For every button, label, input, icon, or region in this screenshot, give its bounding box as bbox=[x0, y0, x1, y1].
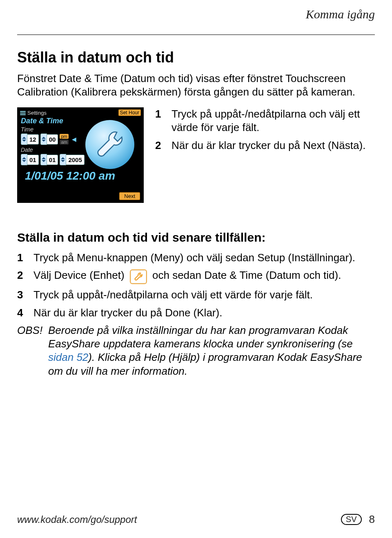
note-text-a: Beroende på vilka inställningar du har k… bbox=[48, 324, 353, 350]
ampm-toggle[interactable]: pm am bbox=[60, 134, 68, 145]
intro-paragraph: Fönstret Date & Time (Datum och tid) vis… bbox=[17, 72, 375, 98]
day-spinner[interactable]: 01 bbox=[40, 154, 58, 165]
step-number: 2 bbox=[17, 269, 27, 284]
pm-label: pm bbox=[60, 134, 68, 139]
day-value: 01 bbox=[47, 155, 58, 165]
step-item: 1 Tryck på uppåt-/nedåtpilarna och välj … bbox=[155, 107, 375, 135]
step-text: Tryck på uppåt-/nedåtpilarna och välj et… bbox=[172, 107, 375, 135]
step-number: 1 bbox=[155, 107, 165, 135]
next-button[interactable]: Next bbox=[119, 192, 140, 200]
later-steps: 1 Tryck på Menu-knappen (Meny) och välj … bbox=[17, 251, 375, 378]
screen-settings-label: Settings bbox=[27, 110, 47, 116]
minute-value: 00 bbox=[47, 134, 58, 145]
step-text: Tryck på Menu-knappen (Meny) och välj se… bbox=[33, 251, 355, 265]
header-rule bbox=[17, 34, 375, 35]
minute-spinner[interactable]: 00 bbox=[40, 133, 58, 145]
step-number: 1 bbox=[17, 251, 27, 265]
step-number: 3 bbox=[17, 288, 27, 302]
step-item: 2 Välj Device (Enhet) och sedan Date & T… bbox=[17, 269, 375, 284]
hour-value: 12 bbox=[27, 134, 39, 145]
step-number: 4 bbox=[17, 306, 27, 320]
month-value: 01 bbox=[27, 155, 39, 165]
note-row: OBS! Beroende på vilka inställningar du … bbox=[17, 324, 375, 378]
page-heading: Ställa in datum och tid bbox=[17, 49, 375, 66]
screenshot-and-steps-row: Settings Set Hour Date & Time Time 12 00… bbox=[17, 107, 375, 203]
step-text: Tryck på uppåt-/nedåtpilarna och välj et… bbox=[33, 288, 313, 302]
language-badge: SV bbox=[341, 514, 362, 525]
hour-spinner[interactable]: 12 bbox=[21, 133, 39, 145]
page-link[interactable]: sidan 52 bbox=[48, 351, 88, 363]
step-text: Välj Device (Enhet) och sedan Date & Tim… bbox=[33, 269, 341, 284]
am-label: am bbox=[60, 140, 68, 145]
footer-right: SV 8 bbox=[341, 513, 375, 526]
note-label: OBS! bbox=[17, 324, 41, 378]
step-number: 2 bbox=[155, 139, 165, 152]
step-text: När du är klar trycker du på Next (Nästa… bbox=[172, 139, 365, 152]
header-area: Komma igång bbox=[17, 7, 375, 16]
page: Komma igång Ställa in datum och tid Föns… bbox=[0, 0, 392, 538]
page-number: 8 bbox=[369, 513, 375, 526]
wrench-icon bbox=[92, 127, 127, 162]
step-item: 4 När du är klar trycker du på Done (Kla… bbox=[17, 306, 375, 320]
step-text: När du är klar trycker du på Done (Klar)… bbox=[33, 306, 222, 320]
camera-screen-mock: Settings Set Hour Date & Time Time 12 00… bbox=[17, 107, 144, 203]
year-value: 2005 bbox=[66, 155, 84, 165]
device-wrench-icon bbox=[130, 269, 147, 284]
screen-top-bar: Settings Set Hour bbox=[18, 108, 143, 116]
step-text-a: Välj Device (Enhet) bbox=[33, 269, 127, 281]
initial-steps: 1 Tryck på uppåt-/nedåtpilarna och välj … bbox=[155, 107, 375, 156]
wrench-graphic bbox=[85, 120, 138, 173]
triangle-left-icon: ◀ bbox=[72, 136, 76, 142]
step-item: 2 När du är klar trycker du på Next (Näs… bbox=[155, 139, 375, 152]
month-spinner[interactable]: 01 bbox=[21, 154, 39, 165]
note-text-b: ). Klicka på Help (Hjälp) i programvaran… bbox=[48, 351, 362, 377]
year-spinner[interactable]: 2005 bbox=[60, 154, 84, 165]
menu-icon bbox=[20, 110, 26, 115]
section-header: Komma igång bbox=[306, 7, 375, 21]
subheading: Ställa in datum och tid vid senare tillf… bbox=[17, 231, 375, 245]
step-item: 1 Tryck på Menu-knappen (Meny) och välj … bbox=[17, 251, 375, 265]
step-item: 3 Tryck på uppåt-/nedåtpilarna och välj … bbox=[17, 288, 375, 302]
note-text: Beroende på vilka inställningar du har k… bbox=[48, 324, 375, 378]
step-text-b: och sedan Date & Time (Datum och tid). bbox=[152, 269, 341, 281]
page-footer: www.kodak.com/go/support SV 8 bbox=[17, 513, 375, 526]
footer-url[interactable]: www.kodak.com/go/support bbox=[17, 514, 137, 525]
set-hour-button[interactable]: Set Hour bbox=[118, 109, 141, 116]
